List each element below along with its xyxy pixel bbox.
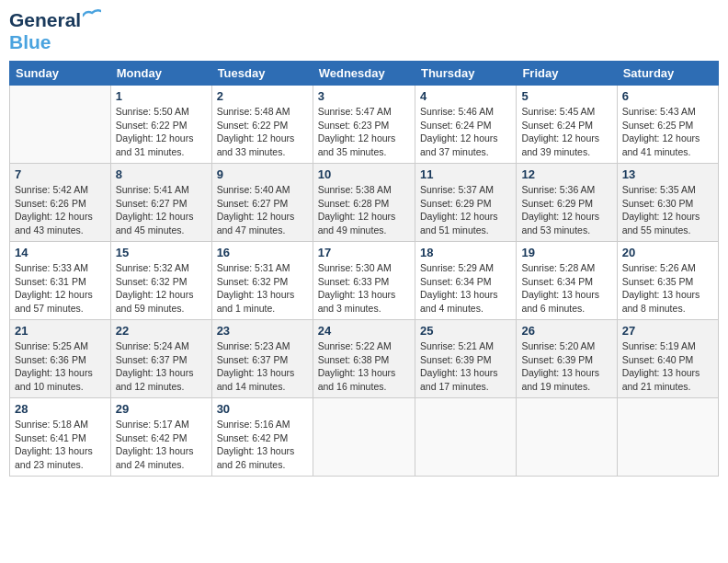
day-number: 6 <box>622 89 713 103</box>
day-info: Sunrise: 5:36 AM Sunset: 6:29 PM Dayligh… <box>521 183 611 237</box>
day-info: Sunrise: 5:50 AM Sunset: 6:22 PM Dayligh… <box>116 105 207 159</box>
calendar-cell: 30Sunrise: 5:16 AM Sunset: 6:42 PM Dayli… <box>211 398 313 477</box>
day-number: 2 <box>217 89 308 103</box>
calendar-cell: 6Sunrise: 5:43 AM Sunset: 6:25 PM Daylig… <box>617 86 718 164</box>
day-number: 16 <box>217 246 308 259</box>
day-info: Sunrise: 5:21 AM Sunset: 6:39 PM Dayligh… <box>420 339 511 394</box>
day-info: Sunrise: 5:24 AM Sunset: 6:37 PM Dayligh… <box>116 339 207 394</box>
day-info: Sunrise: 5:37 AM Sunset: 6:29 PM Dayligh… <box>420 183 511 237</box>
calendar-cell: 4Sunrise: 5:46 AM Sunset: 6:24 PM Daylig… <box>415 86 516 164</box>
week-row-4: 21Sunrise: 5:25 AM Sunset: 6:36 PM Dayli… <box>10 320 719 398</box>
col-header-sunday: Sunday <box>10 62 111 86</box>
calendar-cell <box>10 86 111 164</box>
calendar-cell <box>617 398 718 477</box>
day-info: Sunrise: 5:48 AM Sunset: 6:22 PM Dayligh… <box>217 105 308 159</box>
calendar-cell: 14Sunrise: 5:33 AM Sunset: 6:31 PM Dayli… <box>10 242 111 320</box>
day-number: 4 <box>420 89 511 103</box>
day-info: Sunrise: 5:47 AM Sunset: 6:23 PM Dayligh… <box>318 105 410 159</box>
day-number: 30 <box>217 402 308 416</box>
day-number: 17 <box>318 246 410 259</box>
day-info: Sunrise: 5:46 AM Sunset: 6:24 PM Dayligh… <box>420 105 511 159</box>
day-number: 26 <box>521 324 611 338</box>
calendar-cell: 20Sunrise: 5:26 AM Sunset: 6:35 PM Dayli… <box>617 242 718 320</box>
calendar-cell: 29Sunrise: 5:17 AM Sunset: 6:42 PM Dayli… <box>110 398 211 477</box>
day-info: Sunrise: 5:42 AM Sunset: 6:26 PM Dayligh… <box>15 183 106 237</box>
calendar-table: SundayMondayTuesdayWednesdayThursdayFrid… <box>9 61 719 477</box>
day-info: Sunrise: 5:38 AM Sunset: 6:28 PM Dayligh… <box>318 183 410 237</box>
day-info: Sunrise: 5:26 AM Sunset: 6:35 PM Dayligh… <box>622 261 713 316</box>
logo: General Blue <box>9 9 101 53</box>
calendar-cell: 24Sunrise: 5:22 AM Sunset: 6:38 PM Dayli… <box>313 320 415 398</box>
calendar-cell: 16Sunrise: 5:31 AM Sunset: 6:32 PM Dayli… <box>211 242 313 320</box>
calendar-cell: 3Sunrise: 5:47 AM Sunset: 6:23 PM Daylig… <box>313 86 415 164</box>
calendar-cell: 12Sunrise: 5:36 AM Sunset: 6:29 PM Dayli… <box>517 164 617 242</box>
day-info: Sunrise: 5:33 AM Sunset: 6:31 PM Dayligh… <box>15 261 106 316</box>
day-number: 7 <box>15 167 106 181</box>
day-info: Sunrise: 5:19 AM Sunset: 6:40 PM Dayligh… <box>622 339 713 394</box>
header-row: SundayMondayTuesdayWednesdayThursdayFrid… <box>10 62 719 86</box>
col-header-friday: Friday <box>517 62 617 86</box>
calendar-cell: 15Sunrise: 5:32 AM Sunset: 6:32 PM Dayli… <box>110 242 211 320</box>
day-number: 9 <box>217 167 308 181</box>
day-info: Sunrise: 5:41 AM Sunset: 6:27 PM Dayligh… <box>116 183 207 237</box>
calendar-cell: 18Sunrise: 5:29 AM Sunset: 6:34 PM Dayli… <box>415 242 516 320</box>
calendar-cell <box>517 398 617 477</box>
day-number: 14 <box>15 246 106 259</box>
calendar-cell: 7Sunrise: 5:42 AM Sunset: 6:26 PM Daylig… <box>10 164 111 242</box>
day-info: Sunrise: 5:40 AM Sunset: 6:27 PM Dayligh… <box>217 183 308 237</box>
calendar-cell <box>415 398 516 477</box>
day-number: 28 <box>15 402 106 416</box>
day-number: 24 <box>318 324 410 338</box>
day-number: 1 <box>116 89 207 103</box>
day-info: Sunrise: 5:18 AM Sunset: 6:41 PM Dayligh… <box>15 418 106 472</box>
calendar-cell: 13Sunrise: 5:35 AM Sunset: 6:30 PM Dayli… <box>617 164 718 242</box>
day-number: 5 <box>521 89 611 103</box>
day-number: 21 <box>15 324 106 338</box>
day-number: 3 <box>318 89 410 103</box>
day-info: Sunrise: 5:43 AM Sunset: 6:25 PM Dayligh… <box>622 105 713 159</box>
calendar-cell: 10Sunrise: 5:38 AM Sunset: 6:28 PM Dayli… <box>313 164 415 242</box>
day-info: Sunrise: 5:23 AM Sunset: 6:37 PM Dayligh… <box>217 339 308 394</box>
day-info: Sunrise: 5:32 AM Sunset: 6:32 PM Dayligh… <box>116 261 207 316</box>
day-info: Sunrise: 5:16 AM Sunset: 6:42 PM Dayligh… <box>217 418 308 472</box>
day-info: Sunrise: 5:28 AM Sunset: 6:34 PM Dayligh… <box>521 261 611 316</box>
calendar-cell: 21Sunrise: 5:25 AM Sunset: 6:36 PM Dayli… <box>10 320 111 398</box>
day-info: Sunrise: 5:30 AM Sunset: 6:33 PM Dayligh… <box>318 261 410 316</box>
page-header: General Blue <box>9 9 719 53</box>
calendar-cell <box>313 398 415 477</box>
week-row-5: 28Sunrise: 5:18 AM Sunset: 6:41 PM Dayli… <box>10 398 719 477</box>
day-number: 18 <box>420 246 511 259</box>
calendar-cell: 9Sunrise: 5:40 AM Sunset: 6:27 PM Daylig… <box>211 164 313 242</box>
day-info: Sunrise: 5:29 AM Sunset: 6:34 PM Dayligh… <box>420 261 511 316</box>
day-number: 8 <box>116 167 207 181</box>
calendar-cell: 28Sunrise: 5:18 AM Sunset: 6:41 PM Dayli… <box>10 398 111 477</box>
col-header-wednesday: Wednesday <box>313 62 415 86</box>
day-number: 12 <box>521 167 611 181</box>
day-info: Sunrise: 5:17 AM Sunset: 6:42 PM Dayligh… <box>116 418 207 472</box>
calendar-cell: 22Sunrise: 5:24 AM Sunset: 6:37 PM Dayli… <box>110 320 211 398</box>
week-row-3: 14Sunrise: 5:33 AM Sunset: 6:31 PM Dayli… <box>10 242 719 320</box>
day-number: 11 <box>420 167 511 181</box>
col-header-saturday: Saturday <box>617 62 718 86</box>
calendar-cell: 5Sunrise: 5:45 AM Sunset: 6:24 PM Daylig… <box>517 86 617 164</box>
day-info: Sunrise: 5:22 AM Sunset: 6:38 PM Dayligh… <box>318 339 410 394</box>
day-number: 29 <box>116 402 207 416</box>
day-info: Sunrise: 5:25 AM Sunset: 6:36 PM Dayligh… <box>15 339 106 394</box>
day-number: 27 <box>622 324 713 338</box>
day-number: 19 <box>521 246 611 259</box>
day-number: 22 <box>116 324 207 338</box>
day-info: Sunrise: 5:35 AM Sunset: 6:30 PM Dayligh… <box>622 183 713 237</box>
calendar-cell: 11Sunrise: 5:37 AM Sunset: 6:29 PM Dayli… <box>415 164 516 242</box>
day-number: 25 <box>420 324 511 338</box>
calendar-cell: 2Sunrise: 5:48 AM Sunset: 6:22 PM Daylig… <box>211 86 313 164</box>
calendar-cell: 19Sunrise: 5:28 AM Sunset: 6:34 PM Dayli… <box>517 242 617 320</box>
logo-bird-icon <box>83 9 101 22</box>
day-number: 20 <box>622 246 713 259</box>
calendar-cell: 1Sunrise: 5:50 AM Sunset: 6:22 PM Daylig… <box>110 86 211 164</box>
day-info: Sunrise: 5:20 AM Sunset: 6:39 PM Dayligh… <box>521 339 611 394</box>
day-number: 13 <box>622 167 713 181</box>
day-info: Sunrise: 5:45 AM Sunset: 6:24 PM Dayligh… <box>521 105 611 159</box>
calendar-cell: 23Sunrise: 5:23 AM Sunset: 6:37 PM Dayli… <box>211 320 313 398</box>
week-row-2: 7Sunrise: 5:42 AM Sunset: 6:26 PM Daylig… <box>10 164 719 242</box>
col-header-monday: Monday <box>110 62 211 86</box>
